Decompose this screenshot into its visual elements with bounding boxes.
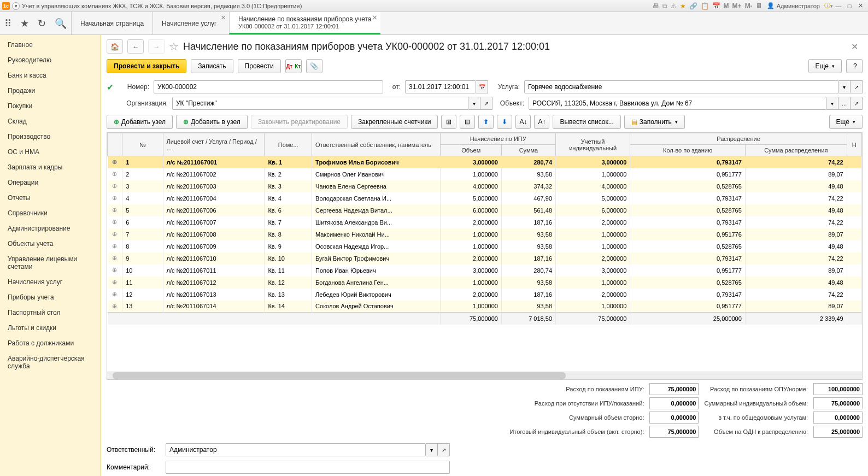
clipboard-icon[interactable]: 📋 <box>701 2 709 10</box>
debit-credit-icon[interactable]: ДтКт <box>285 59 302 73</box>
fill-button[interactable]: ▤ Заполнить ▾ <box>624 115 685 129</box>
sort-desc-icon[interactable]: A↑ <box>534 115 549 129</box>
sidebar-item-8[interactable]: Зарплата и кадры <box>0 160 101 175</box>
service-open-icon[interactable]: ↗ <box>851 80 863 93</box>
calc-icon[interactable]: 🖩 <box>756 2 763 10</box>
table-row[interactable]: ⊕ 12л/с №2011067013Кв. 13Лебедев Юрий Ви… <box>108 289 862 301</box>
alert-icon[interactable]: ⚠ <box>671 2 677 10</box>
col-n[interactable]: Н <box>847 133 861 156</box>
add-node-button[interactable]: ⊕ Добавить узел <box>107 115 173 129</box>
expand-icon[interactable]: ⊕ <box>108 289 122 301</box>
sidebar-item-11[interactable]: Справочники <box>0 205 101 221</box>
sidebar-item-15[interactable]: Начисления услуг <box>0 274 101 290</box>
table-row[interactable]: ⊕ 8л/с №2011067009Кв. 9Осовская Надежда … <box>108 240 862 252</box>
col-dist-group[interactable]: Распределение <box>630 133 847 145</box>
org-dropdown-icon[interactable]: ▾ <box>468 97 480 110</box>
m-minus-button[interactable]: M- <box>745 2 753 10</box>
sidebar-item-0[interactable]: Главное <box>0 37 101 52</box>
link-icon[interactable]: 🔗 <box>689 2 697 10</box>
finish-edit-button[interactable]: Закончить редактирование <box>251 115 348 129</box>
sidebar-item-7[interactable]: ОС и НМА <box>0 144 101 160</box>
tab-0[interactable]: Начальная страница <box>71 12 153 34</box>
table-more-button[interactable]: Еще ▾ <box>829 115 863 129</box>
col-number[interactable]: № <box>122 133 163 156</box>
tab-1[interactable]: Начисление услуг✕ <box>153 12 229 34</box>
sidebar-item-6[interactable]: Производство <box>0 129 101 144</box>
org-field[interactable] <box>172 97 468 110</box>
output-list-button[interactable]: Вывести список... <box>553 115 620 129</box>
resp-open-icon[interactable]: ↗ <box>438 443 450 456</box>
more-button[interactable]: Еще ▾ <box>808 59 842 73</box>
post-and-close-button[interactable]: Провести и закрыть <box>107 59 186 73</box>
add-in-node-button[interactable]: ⊕ Добавить в узел <box>176 115 248 129</box>
dropdown-icon[interactable]: ▾ <box>12 2 20 10</box>
table-row[interactable]: ⊕ 11л/с №2011067012Кв. 12Богданова Ангел… <box>108 277 862 289</box>
table-row[interactable]: ⊕ 2л/с №2011067002Кв. 2Смирнов Олег Иван… <box>108 168 862 180</box>
service-dropdown-icon[interactable]: ▾ <box>838 80 851 93</box>
table-row[interactable]: ⊕ 9л/с №2011067010Кв. 10Бугай Виктор Тро… <box>108 252 862 265</box>
calendar-picker-icon[interactable]: 📅 <box>476 80 488 93</box>
number-field[interactable] <box>154 80 383 93</box>
table-row[interactable]: ⊕ 7л/с №2011067008Кв. 8Максименко Никола… <box>108 228 862 240</box>
compare-icon[interactable]: ⧉ <box>662 2 667 10</box>
date-field[interactable] <box>405 80 476 93</box>
table-row[interactable]: ⊕ 10л/с №2011067011Кв. 11Попов Иван Юрье… <box>108 265 862 277</box>
move-up-icon[interactable]: ⬆ <box>478 115 494 129</box>
table-row[interactable]: ⊕ 1л/с №2011067001Кв. 1Трофимов Илья Бор… <box>108 156 862 168</box>
favorite-toggle-icon[interactable]: ☆ <box>169 40 179 53</box>
sidebar-item-18[interactable]: Льготы и скидки <box>0 320 101 336</box>
sidebar-item-12[interactable]: Администрирование <box>0 221 101 236</box>
sidebar-item-10[interactable]: Отчеты <box>0 190 101 205</box>
apps-icon[interactable]: ⠿ <box>4 17 11 30</box>
object-field[interactable] <box>529 97 826 110</box>
back-button[interactable]: ← <box>127 39 144 54</box>
close-button[interactable]: ✕ <box>855 2 866 9</box>
horizontal-scrollbar[interactable] <box>107 372 863 380</box>
col-ipu-sum[interactable]: Сумма <box>501 145 555 156</box>
expand-mode-icon[interactable]: ⊞ <box>441 115 456 129</box>
print-icon[interactable]: 🖶 <box>653 2 659 10</box>
tab-2[interactable]: Начисление по показаниям приборов учетаУ… <box>229 12 380 34</box>
tab-close-icon[interactable]: ✕ <box>372 14 377 21</box>
org-open-icon[interactable]: ↗ <box>480 97 492 110</box>
expand-icon[interactable]: ⊕ <box>108 228 122 240</box>
table-row[interactable]: ⊕ 5л/с №2011067006Кв. 6Сергеева Надежда … <box>108 204 862 216</box>
table-row[interactable]: ⊕ 3л/с №2011067003Кв. 3Чанова Елена Серг… <box>108 180 862 192</box>
object-dropdown-icon[interactable]: ▾ <box>826 97 838 110</box>
resp-field[interactable] <box>166 443 426 456</box>
m-button[interactable]: M <box>724 2 729 10</box>
expand-icon[interactable]: ⊕ <box>108 301 122 313</box>
object-open-icon[interactable]: ↗ <box>851 97 863 110</box>
expand-icon[interactable]: ⊕ <box>108 252 122 265</box>
col-room[interactable]: Поме... <box>265 133 312 156</box>
table-row[interactable]: ⊕ 4л/с №2011067004Кв. 4Володарская Светл… <box>108 192 862 204</box>
col-ind[interactable]: Учетный индивидуальный <box>556 133 630 156</box>
sidebar-item-1[interactable]: Руководителю <box>0 52 101 68</box>
minimize-button[interactable]: — <box>833 3 844 9</box>
sidebar-item-17[interactable]: Паспортный стол <box>0 305 101 320</box>
star-icon[interactable]: ★ <box>20 17 29 30</box>
service-field[interactable] <box>524 80 838 93</box>
post-button[interactable]: Провести <box>238 59 281 73</box>
object-select-icon[interactable]: … <box>838 97 851 110</box>
sidebar-item-3[interactable]: Продажи <box>0 83 101 98</box>
sort-asc-icon[interactable]: A↓ <box>515 115 531 129</box>
maximize-button[interactable]: □ <box>844 3 855 9</box>
sidebar-item-2[interactable]: Банк и касса <box>0 68 101 83</box>
col-dist-sum[interactable]: Сумма распределения <box>745 145 847 156</box>
col-ipu-group[interactable]: Начисление по ИПУ <box>441 133 556 145</box>
attachments-icon[interactable]: 📎 <box>306 59 322 73</box>
collapse-mode-icon[interactable]: ⊟ <box>460 115 475 129</box>
sidebar-item-20[interactable]: Аварийно-диспетчерская служба <box>0 351 101 374</box>
expand-icon[interactable]: ⊕ <box>108 168 122 180</box>
sidebar-item-16[interactable]: Приборы учета <box>0 290 101 305</box>
expand-icon[interactable]: ⊕ <box>108 180 122 192</box>
expand-icon[interactable]: ⊕ <box>108 204 122 216</box>
expand-icon[interactable]: ⊕ <box>108 277 122 289</box>
col-ipu-vol[interactable]: Объем <box>441 145 501 156</box>
help-button[interactable]: ? <box>846 59 863 73</box>
table-row[interactable]: ⊕ 13л/с №2011067014Кв. 14Соколов Андрей … <box>108 301 862 313</box>
sidebar-item-4[interactable]: Покупки <box>0 98 101 114</box>
user-indicator[interactable]: 👤 Администратор <box>767 2 820 9</box>
expand-icon[interactable]: ⊕ <box>108 240 122 252</box>
